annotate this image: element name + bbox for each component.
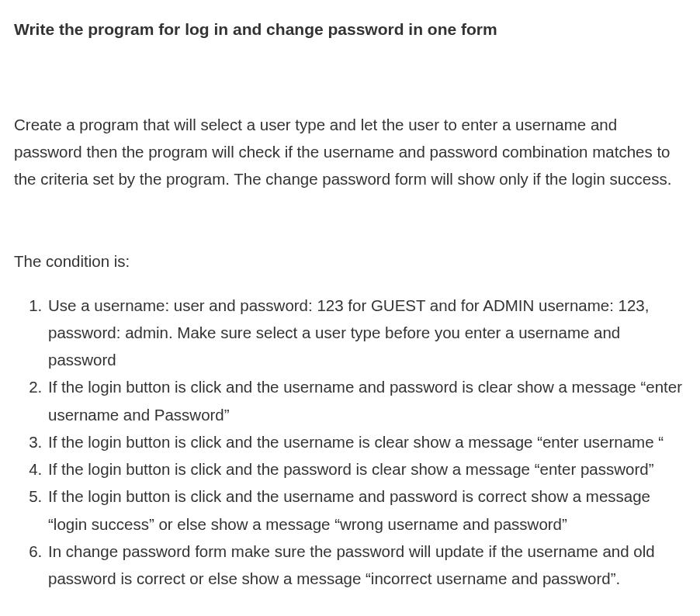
intro-paragraph: Create a program that will select a user…: [14, 112, 688, 193]
list-item: If the login button is click and the use…: [47, 373, 688, 428]
list-item: If the login button is click and the use…: [47, 428, 688, 455]
list-item: If the login button is click and the pas…: [47, 455, 688, 483]
condition-heading: The condition is:: [14, 249, 688, 275]
list-item: In change password form make sure the pa…: [47, 538, 688, 593]
list-item: Use a username: user and password: 123 f…: [47, 292, 688, 374]
page-title: Write the program for log in and change …: [14, 19, 688, 40]
conditions-list: Use a username: user and password: 123 f…: [14, 292, 688, 593]
list-item: If the login button is click and the use…: [47, 483, 688, 538]
document-page: Write the program for log in and change …: [0, 0, 700, 611]
